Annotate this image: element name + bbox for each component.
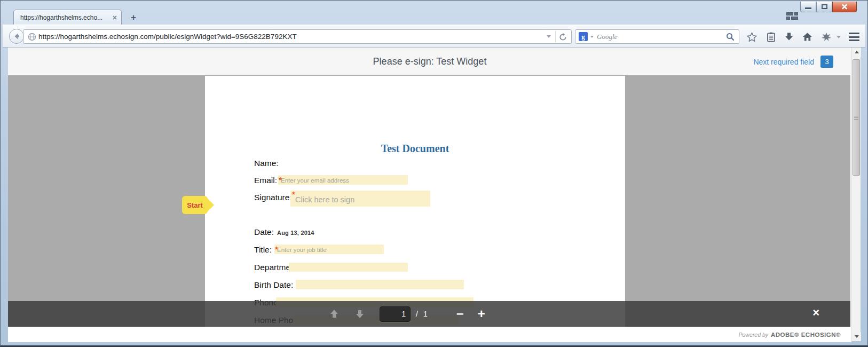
url-bar[interactable] — [23, 29, 572, 44]
addon-icon — [821, 31, 832, 42]
reload-icon — [559, 33, 567, 41]
arrow-down-icon — [356, 310, 364, 318]
esign-footer: Powered by ADOBE® ECHOSIGN® — [8, 327, 850, 342]
start-tag[interactable]: Start — [182, 196, 208, 214]
field-label-birthdate: Birth Date: — [254, 280, 293, 289]
star-icon — [747, 32, 757, 42]
department-field[interactable] — [289, 263, 408, 272]
window-controls — [800, 2, 857, 12]
search-bar[interactable]: g — [575, 29, 739, 44]
url-input[interactable] — [38, 33, 542, 41]
search-input[interactable] — [597, 33, 726, 41]
close-icon — [841, 3, 848, 11]
document-page: Test Document Name: Email: * Signature: … — [205, 76, 625, 327]
tab-groups-icon[interactable] — [786, 12, 799, 20]
arrow-up-icon — [330, 310, 338, 318]
field-label-email: Email: — [254, 176, 277, 185]
minimize-icon — [805, 7, 811, 9]
search-icon[interactable] — [726, 33, 735, 41]
field-label-signature: Signature: — [254, 193, 292, 202]
signature-field[interactable]: * Click here to sign — [290, 191, 430, 207]
birthdate-input[interactable] — [296, 280, 464, 290]
zoom-out-button[interactable]: − — [456, 307, 464, 320]
addon-button[interactable] — [818, 30, 834, 43]
menu-button[interactable] — [846, 30, 862, 43]
required-count-badge[interactable]: 3 — [820, 56, 833, 68]
field-label-date: Date: — [254, 227, 274, 236]
page-title: Please e-sign: Test Widget — [8, 56, 851, 67]
esign-header: Please e-sign: Test Widget Next required… — [8, 48, 851, 75]
browser-window: https://hogarthshelms.echo... × + — [0, 0, 868, 347]
title-field[interactable]: * — [274, 245, 384, 254]
tab-close-icon[interactable]: × — [113, 14, 117, 21]
department-input[interactable] — [289, 264, 408, 273]
back-arrow-icon — [12, 32, 21, 41]
clipboard-icon — [767, 32, 776, 42]
minimize-button[interactable] — [800, 2, 816, 12]
document-title: Test Document — [205, 143, 625, 155]
powered-by-label: Powered by — [739, 332, 768, 338]
scroll-up-icon — [855, 51, 859, 53]
next-required-field-link[interactable]: Next required field — [753, 58, 814, 66]
pager-close-button[interactable]: × — [812, 307, 819, 319]
site-globe-icon — [28, 33, 36, 41]
signature-required-mark: * — [292, 190, 295, 199]
vertical-scrollbar[interactable] — [851, 48, 861, 341]
maximize-button[interactable] — [816, 2, 832, 12]
scroll-down-icon — [855, 335, 859, 338]
new-tab-button[interactable]: + — [126, 12, 141, 23]
bookmark-star-button[interactable] — [745, 30, 759, 43]
reload-button[interactable] — [555, 31, 568, 42]
date-value: Aug 13, 2014 — [277, 230, 314, 236]
email-field[interactable]: * — [278, 175, 408, 185]
page-total: 1 — [423, 310, 428, 318]
browser-tab[interactable]: https://hogarthshelms.echo... × — [13, 10, 122, 25]
close-window-button[interactable] — [832, 2, 857, 12]
maximize-icon — [822, 4, 827, 9]
email-required-mark: * — [279, 175, 282, 184]
start-tag-label: Start — [187, 201, 203, 209]
bookmarks-menu-button[interactable] — [764, 30, 778, 43]
home-icon — [802, 32, 812, 42]
pager-toolbar: / 1 − + × — [8, 301, 850, 327]
page-content: Please e-sign: Test Widget Next required… — [8, 48, 851, 342]
next-page-button[interactable] — [354, 308, 366, 320]
zoom-in-button[interactable]: + — [478, 307, 485, 320]
addon-dropdown-icon[interactable] — [834, 30, 843, 43]
back-button[interactable] — [9, 29, 24, 44]
title-required-mark: * — [275, 245, 278, 254]
page-number-input[interactable] — [380, 306, 411, 322]
email-input[interactable] — [278, 176, 408, 185]
search-engine-icon[interactable]: g — [579, 32, 588, 41]
scrollbar-thumb[interactable] — [853, 59, 860, 176]
search-engine-dropdown-icon[interactable] — [590, 36, 594, 38]
field-label-title: Title: — [254, 245, 272, 254]
field-label-name: Name: — [254, 159, 279, 168]
scroll-down-button[interactable] — [852, 332, 861, 341]
hamburger-icon — [849, 33, 859, 41]
home-button[interactable] — [800, 30, 814, 43]
previous-page-button[interactable] — [328, 308, 340, 320]
download-icon — [784, 32, 794, 42]
downloads-button[interactable] — [782, 30, 796, 43]
url-dropdown-icon[interactable] — [547, 35, 551, 38]
adobe-echosign-brand: ADOBE® ECHOSIGN® — [771, 332, 841, 338]
birthdate-field[interactable] — [296, 280, 464, 289]
scroll-up-button[interactable] — [852, 48, 861, 57]
title-input[interactable] — [274, 245, 384, 255]
signature-placeholder: Click here to sign — [295, 195, 354, 204]
navigation-toolbar: g — [3, 25, 865, 48]
tab-title: https://hogarthshelms.echo... — [20, 14, 109, 21]
document-viewer: Test Document Name: Email: * Signature: … — [8, 75, 850, 327]
page-separator: / — [416, 310, 418, 318]
